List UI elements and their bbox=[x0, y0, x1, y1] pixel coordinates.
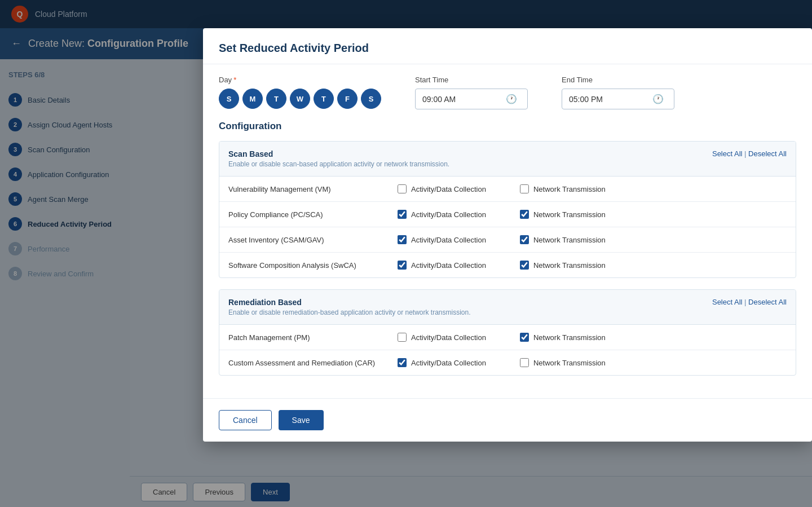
vm-network-label: Network Transmission bbox=[533, 185, 606, 193]
swca-activity-checkbox[interactable] bbox=[398, 261, 407, 270]
swca-network-checkbox[interactable] bbox=[520, 261, 529, 270]
csam-activity-checkbox[interactable] bbox=[398, 235, 407, 244]
day-btn-mon[interactable]: M bbox=[242, 89, 263, 109]
table-row: Asset Inventory (CSAM/GAV) Activity/Data… bbox=[219, 227, 796, 253]
pc-network-check[interactable]: Network Transmission bbox=[520, 210, 606, 219]
car-checks: Activity/Data Collection Network Transmi… bbox=[398, 358, 787, 367]
scan-based-title: Scan Based bbox=[228, 149, 449, 158]
cancel-button[interactable]: Cancel bbox=[219, 410, 272, 430]
modal: Set Reduced Activity Period Day* S M T W… bbox=[203, 28, 812, 442]
csam-network-checkbox[interactable] bbox=[520, 235, 529, 244]
modal-footer: Cancel Save bbox=[203, 398, 812, 442]
day-btn-fri[interactable]: F bbox=[337, 89, 358, 109]
pm-activity-label: Activity/Data Collection bbox=[411, 333, 486, 342]
day-time-section: Day* S M T W T F S Start Time 🕐 bbox=[203, 64, 812, 121]
vm-network-checkbox[interactable] bbox=[520, 184, 529, 193]
start-time-input[interactable] bbox=[422, 95, 501, 104]
pm-network-check[interactable]: Network Transmission bbox=[520, 333, 606, 342]
pm-network-checkbox[interactable] bbox=[520, 333, 529, 342]
table-row: Vulnerability Management (VM) Activity/D… bbox=[219, 177, 796, 202]
csam-network-label: Network Transmission bbox=[533, 236, 606, 244]
end-time-input[interactable] bbox=[569, 95, 648, 104]
swca-network-label: Network Transmission bbox=[533, 261, 606, 270]
car-activity-checkbox[interactable] bbox=[398, 358, 407, 367]
pm-checks: Activity/Data Collection Network Transmi… bbox=[398, 333, 787, 342]
clock-icon-end: 🕐 bbox=[652, 94, 664, 104]
remediation-select-links: Select All | Deselect All bbox=[712, 298, 787, 306]
day-btn-sun[interactable]: S bbox=[219, 89, 239, 109]
scan-based-header: Scan Based Enable or disable scan-based … bbox=[219, 142, 796, 177]
pc-activity-check[interactable]: Activity/Data Collection bbox=[398, 210, 486, 219]
vm-activity-check[interactable]: Activity/Data Collection bbox=[398, 184, 486, 193]
swca-activity-check[interactable]: Activity/Data Collection bbox=[398, 261, 486, 270]
pc-network-checkbox[interactable] bbox=[520, 210, 529, 219]
start-time-input-container[interactable]: 🕐 bbox=[415, 89, 528, 109]
csam-label: Asset Inventory (CSAM/GAV) bbox=[228, 236, 398, 244]
pc-network-label: Network Transmission bbox=[533, 210, 606, 219]
pc-checks: Activity/Data Collection Network Transmi… bbox=[398, 210, 787, 219]
day-group: Day* S M T W T F S bbox=[219, 76, 381, 109]
day-btn-wed[interactable]: W bbox=[290, 89, 310, 109]
day-btn-sat[interactable]: S bbox=[361, 89, 381, 109]
table-row: Patch Management (PM) Activity/Data Coll… bbox=[219, 325, 796, 350]
vm-activity-checkbox[interactable] bbox=[398, 184, 407, 193]
end-time-group: End Time 🕐 bbox=[562, 76, 674, 109]
car-network-checkbox[interactable] bbox=[520, 358, 529, 367]
modal-overlay: Set Reduced Activity Period Day* S M T W… bbox=[0, 0, 812, 507]
pm-label: Patch Management (PM) bbox=[228, 333, 398, 342]
pc-label: Policy Compliance (PC/SCA) bbox=[228, 210, 398, 219]
csam-activity-label: Activity/Data Collection bbox=[411, 236, 486, 244]
pm-network-label: Network Transmission bbox=[533, 333, 606, 342]
csam-activity-check[interactable]: Activity/Data Collection bbox=[398, 235, 486, 244]
pm-activity-check[interactable]: Activity/Data Collection bbox=[398, 333, 486, 342]
remediation-based-desc: Enable or disable remediation-based appl… bbox=[228, 308, 471, 316]
swca-network-check[interactable]: Network Transmission bbox=[520, 261, 606, 270]
modal-title: Set Reduced Activity Period bbox=[219, 42, 796, 55]
vm-checks: Activity/Data Collection Network Transmi… bbox=[398, 184, 787, 193]
vm-activity-label: Activity/Data Collection bbox=[411, 185, 486, 193]
vm-label: Vulnerability Management (VM) bbox=[228, 185, 398, 193]
car-activity-label: Activity/Data Collection bbox=[411, 359, 486, 367]
remediation-based-info: Remediation Based Enable or disable reme… bbox=[228, 298, 471, 316]
scan-based-card: Scan Based Enable or disable scan-based … bbox=[219, 141, 796, 278]
swca-label: Software Composition Analysis (SwCA) bbox=[228, 261, 398, 270]
day-btn-thu[interactable]: T bbox=[314, 89, 334, 109]
swca-activity-label: Activity/Data Collection bbox=[411, 261, 486, 270]
scan-based-select-links: Select All | Deselect All bbox=[712, 149, 787, 158]
table-row: Custom Assessment and Remediation (CAR) … bbox=[219, 350, 796, 375]
end-time-input-container[interactable]: 🕐 bbox=[562, 89, 674, 109]
day-btn-tue[interactable]: T bbox=[266, 89, 286, 109]
pc-activity-checkbox[interactable] bbox=[398, 210, 407, 219]
scan-deselect-all-link[interactable]: Deselect All bbox=[748, 149, 787, 158]
scan-based-info: Scan Based Enable or disable scan-based … bbox=[228, 149, 449, 168]
remediation-based-header: Remediation Based Enable or disable reme… bbox=[219, 290, 796, 325]
car-activity-check[interactable]: Activity/Data Collection bbox=[398, 358, 486, 367]
save-button[interactable]: Save bbox=[279, 410, 324, 430]
car-network-check[interactable]: Network Transmission bbox=[520, 358, 606, 367]
day-buttons: S M T W T F S bbox=[219, 89, 381, 109]
vm-network-check[interactable]: Network Transmission bbox=[520, 184, 606, 193]
remediation-deselect-all-link[interactable]: Deselect All bbox=[748, 298, 787, 306]
scan-select-all-link[interactable]: Select All bbox=[712, 149, 742, 158]
pm-activity-checkbox[interactable] bbox=[398, 333, 407, 342]
start-time-group: Start Time 🕐 bbox=[415, 76, 528, 109]
required-marker: * bbox=[233, 76, 236, 84]
remediation-based-card: Remediation Based Enable or disable reme… bbox=[219, 289, 796, 376]
pc-activity-label: Activity/Data Collection bbox=[411, 210, 486, 219]
clock-icon-start: 🕐 bbox=[506, 94, 517, 104]
table-row: Policy Compliance (PC/SCA) Activity/Data… bbox=[219, 202, 796, 227]
modal-header: Set Reduced Activity Period bbox=[203, 28, 812, 64]
config-title: Configuration bbox=[219, 121, 796, 132]
scan-based-desc: Enable or disable scan-based application… bbox=[228, 160, 449, 168]
config-section: Configuration Scan Based Enable or disab… bbox=[203, 121, 812, 398]
start-time-label: Start Time bbox=[415, 76, 528, 84]
remediation-select-all-link[interactable]: Select All bbox=[712, 298, 742, 306]
swca-checks: Activity/Data Collection Network Transmi… bbox=[398, 261, 787, 270]
csam-network-check[interactable]: Network Transmission bbox=[520, 235, 606, 244]
car-label: Custom Assessment and Remediation (CAR) bbox=[228, 359, 398, 367]
end-time-label: End Time bbox=[562, 76, 674, 84]
remediation-based-title: Remediation Based bbox=[228, 298, 471, 307]
table-row: Software Composition Analysis (SwCA) Act… bbox=[219, 253, 796, 277]
day-label: Day* bbox=[219, 76, 381, 84]
csam-checks: Activity/Data Collection Network Transmi… bbox=[398, 235, 787, 244]
